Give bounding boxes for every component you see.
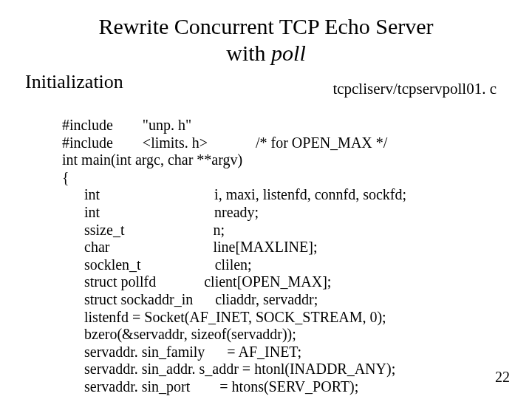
slide: Rewrite Concurrent TCP Echo Server with …	[0, 0, 532, 399]
slide-title: Rewrite Concurrent TCP Echo Server with …	[0, 13, 532, 66]
source-file-label: tcpcliserv/tcpservpoll01. c	[332, 80, 497, 98]
code-block: #include "unp. h" #include <limits. h> /…	[62, 117, 491, 396]
page-number: 22	[495, 369, 510, 386]
title-line2-prefix: with	[226, 41, 271, 65]
title-line2-italic: poll	[271, 41, 306, 65]
title-line1: Rewrite Concurrent TCP Echo Server	[98, 14, 433, 38]
subheading-left: Initialization	[25, 71, 123, 93]
